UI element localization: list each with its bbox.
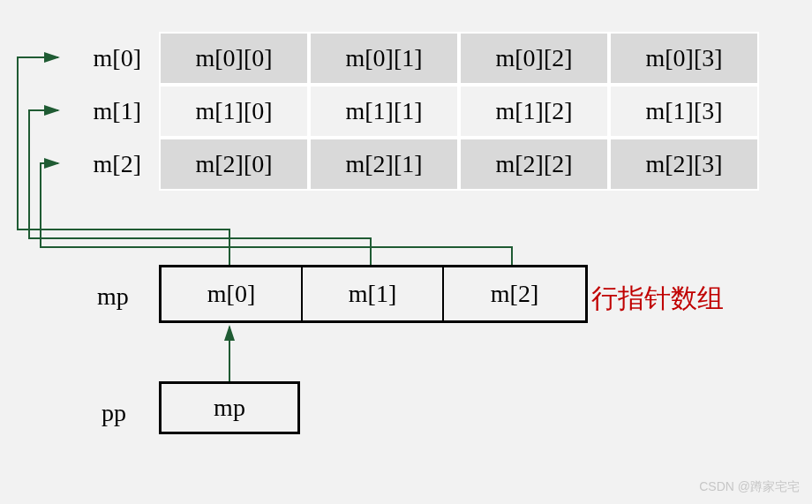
- row-label-1: m[1]: [62, 97, 141, 125]
- annotation-label: 行指针数组: [591, 281, 724, 317]
- matrix-cell: m[2][0]: [159, 138, 309, 191]
- matrix-cell: m[1][1]: [309, 85, 459, 138]
- matrix-cell: m[1][2]: [459, 85, 609, 138]
- matrix-cell: m[2][2]: [459, 138, 609, 191]
- matrix-cell: m[0][2]: [459, 32, 609, 85]
- pp-label: pp: [102, 399, 126, 427]
- mp-cell: m[2]: [444, 267, 585, 320]
- mp-cell: m[1]: [303, 267, 444, 320]
- matrix-cell: m[0][3]: [609, 32, 759, 85]
- mp-label: mp: [97, 282, 129, 311]
- matrix-row: m[2][0] m[2][1] m[2][2] m[2][3]: [159, 138, 759, 191]
- mp-cell: m[0]: [162, 267, 303, 320]
- mp-array: m[0] m[1] m[2]: [159, 265, 588, 323]
- matrix-cell: m[1][3]: [609, 85, 759, 138]
- pp-box: mp: [159, 381, 300, 434]
- matrix-cell: m[2][1]: [309, 138, 459, 191]
- matrix-cell: m[1][0]: [159, 85, 309, 138]
- row-label-2: m[2]: [62, 150, 141, 178]
- matrix-row: m[1][0] m[1][1] m[1][2] m[1][3]: [159, 85, 759, 138]
- matrix-cell: m[0][0]: [159, 32, 309, 85]
- matrix: m[0][0] m[0][1] m[0][2] m[0][3] m[1][0] …: [159, 32, 759, 191]
- row-label-0: m[0]: [62, 44, 141, 72]
- matrix-cell: m[0][1]: [309, 32, 459, 85]
- watermark: CSDN @蹲家宅宅: [699, 479, 800, 495]
- matrix-cell: m[2][3]: [609, 138, 759, 191]
- matrix-row: m[0][0] m[0][1] m[0][2] m[0][3]: [159, 32, 759, 85]
